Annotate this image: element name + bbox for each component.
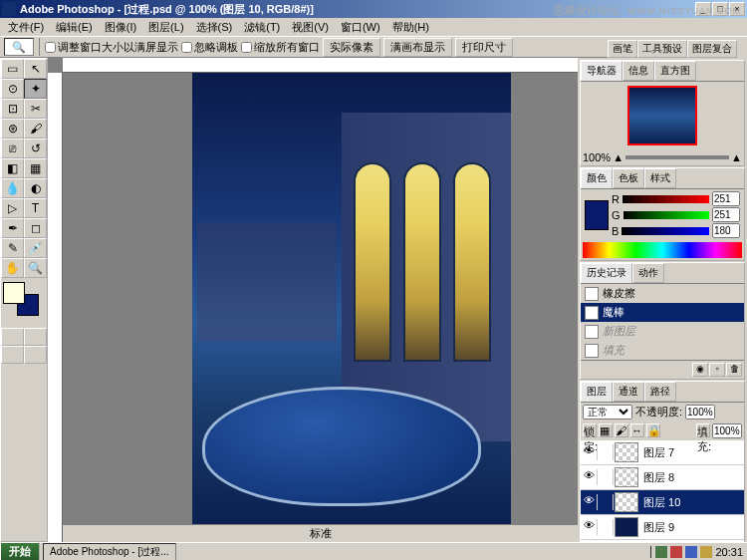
tab-color[interactable]: 颜色: [581, 168, 613, 188]
red-slider[interactable]: [622, 195, 709, 203]
tab-navigator[interactable]: 导航器: [581, 61, 622, 81]
marquee-tool[interactable]: ▭: [1, 59, 24, 79]
tray-icon[interactable]: [685, 546, 697, 558]
menu-edit[interactable]: 编辑(E): [50, 20, 99, 35]
new-document-button[interactable]: ▫: [709, 363, 725, 377]
menu-image[interactable]: 图像(I): [99, 20, 142, 35]
tool-preset-picker[interactable]: 🔍: [4, 38, 34, 56]
menu-help[interactable]: 帮助(H): [386, 20, 435, 35]
tab-actions[interactable]: 动作: [632, 263, 664, 283]
visibility-icon[interactable]: 👁: [582, 469, 598, 485]
tray-icon[interactable]: [700, 546, 712, 558]
history-item[interactable]: 橡皮擦: [581, 284, 744, 303]
tab-paths[interactable]: 路径: [644, 382, 676, 402]
lasso-tool[interactable]: ⊙: [1, 79, 24, 99]
visibility-icon[interactable]: 👁: [582, 519, 598, 535]
dock-brushes[interactable]: 画笔: [608, 40, 637, 58]
tab-history[interactable]: 历史记录: [581, 263, 632, 283]
ruler-vertical[interactable]: [48, 73, 63, 542]
lock-position[interactable]: ↔: [630, 423, 644, 437]
color-swatches[interactable]: [3, 282, 45, 322]
ignore-palettes-checkbox[interactable]: 忽略调板: [181, 40, 238, 55]
start-button[interactable]: 开始: [0, 542, 40, 560]
type-tool[interactable]: T: [24, 198, 47, 218]
blue-slider[interactable]: [622, 227, 709, 235]
clock[interactable]: 20:31: [715, 546, 743, 558]
zoom-all-checkbox[interactable]: 缩放所有窗口: [241, 40, 320, 55]
zoom-tool[interactable]: 🔍: [24, 258, 47, 278]
lock-pixels[interactable]: 🖌: [615, 423, 628, 437]
lock-transparency[interactable]: ▦: [599, 423, 613, 437]
delete-history-button[interactable]: 🗑: [726, 363, 742, 377]
crop-tool[interactable]: ⊡: [1, 99, 24, 119]
print-size-button[interactable]: 打印尺寸: [455, 38, 513, 57]
zoom-out-icon[interactable]: ▲: [613, 151, 623, 163]
green-slider[interactable]: [623, 211, 709, 219]
standard-mode[interactable]: [1, 328, 24, 346]
menu-view[interactable]: 视图(V): [286, 20, 335, 35]
pen-tool[interactable]: ✒: [1, 218, 24, 238]
slice-tool[interactable]: ✂: [24, 99, 47, 119]
blue-input[interactable]: [712, 223, 740, 238]
wand-tool[interactable]: ✦: [24, 79, 47, 99]
fit-screen-button[interactable]: 满画布显示: [383, 38, 452, 57]
layer-row[interactable]: 👁图层 9: [581, 515, 744, 540]
history-item[interactable]: 填充: [581, 341, 744, 360]
fill-input[interactable]: [712, 423, 742, 438]
menu-layer[interactable]: 图层(L): [142, 20, 189, 35]
stamp-tool[interactable]: ⎚: [1, 139, 24, 158]
ruler-horizontal[interactable]: [63, 58, 578, 73]
canvas[interactable]: [192, 73, 511, 526]
screen-standard[interactable]: [1, 346, 24, 364]
eraser-tool[interactable]: ◧: [1, 158, 24, 178]
dock-presets[interactable]: 工具预设: [637, 40, 687, 58]
history-item[interactable]: 魔棒: [581, 303, 744, 322]
tray-icon[interactable]: [670, 546, 682, 558]
navigator-thumbnail[interactable]: [627, 86, 697, 145]
tab-styles[interactable]: 样式: [644, 168, 676, 188]
opacity-input[interactable]: [685, 405, 715, 420]
tab-channels[interactable]: 通道: [613, 382, 644, 402]
path-tool[interactable]: ▷: [1, 198, 24, 218]
notes-tool[interactable]: ✎: [1, 238, 24, 258]
tab-layers[interactable]: 图层: [581, 382, 613, 402]
history-brush-tool[interactable]: ↺: [24, 139, 47, 158]
healing-tool[interactable]: ⊛: [1, 119, 24, 139]
layer-row[interactable]: 👁图层 8: [581, 465, 744, 490]
visibility-icon[interactable]: 👁: [582, 494, 598, 510]
color-ramp[interactable]: [583, 242, 742, 258]
blur-tool[interactable]: 💧: [1, 178, 24, 198]
move-tool[interactable]: ↖: [24, 59, 47, 79]
taskbar-item[interactable]: Adobe Photoshop - [过程...: [43, 543, 176, 561]
dock-layercomps[interactable]: 图层复合: [687, 40, 737, 58]
hand-tool[interactable]: ✋: [1, 258, 24, 278]
menu-filter[interactable]: 滤镜(T): [238, 20, 286, 35]
layer-row[interactable]: 👁图层 10: [581, 490, 744, 515]
menu-select[interactable]: 选择(S): [190, 20, 239, 35]
blend-mode-select[interactable]: 正常: [583, 405, 632, 420]
tab-swatches[interactable]: 色板: [613, 168, 644, 188]
red-input[interactable]: [712, 191, 740, 206]
lock-all[interactable]: 🔒: [646, 423, 660, 437]
foreground-color[interactable]: [3, 282, 25, 304]
dodge-tool[interactable]: ◐: [24, 178, 47, 198]
resize-windows-checkbox[interactable]: 调整窗口大小以满屏显示: [45, 40, 178, 55]
color-swatch[interactable]: [585, 200, 609, 230]
zoom-in-icon[interactable]: ▲: [731, 151, 742, 163]
quickmask-mode[interactable]: [24, 328, 47, 346]
actual-pixels-button[interactable]: 实际像素: [323, 38, 380, 57]
menu-window[interactable]: 窗口(W): [335, 20, 386, 35]
menu-file[interactable]: 文件(F): [2, 20, 50, 35]
eyedropper-tool[interactable]: 💉: [24, 238, 47, 258]
gradient-tool[interactable]: ▦: [24, 158, 47, 178]
shape-tool[interactable]: ◻: [24, 218, 47, 238]
new-snapshot-button[interactable]: ◉: [692, 363, 708, 377]
history-item[interactable]: 新图层: [581, 322, 744, 341]
zoom-value[interactable]: 100%: [583, 151, 611, 163]
green-input[interactable]: [712, 207, 740, 222]
layer-row[interactable]: 👁图层 7: [581, 440, 744, 465]
tab-info[interactable]: 信息: [622, 61, 654, 81]
screen-full[interactable]: [24, 346, 47, 364]
tray-icon[interactable]: [655, 546, 667, 558]
zoom-slider[interactable]: [625, 155, 729, 159]
